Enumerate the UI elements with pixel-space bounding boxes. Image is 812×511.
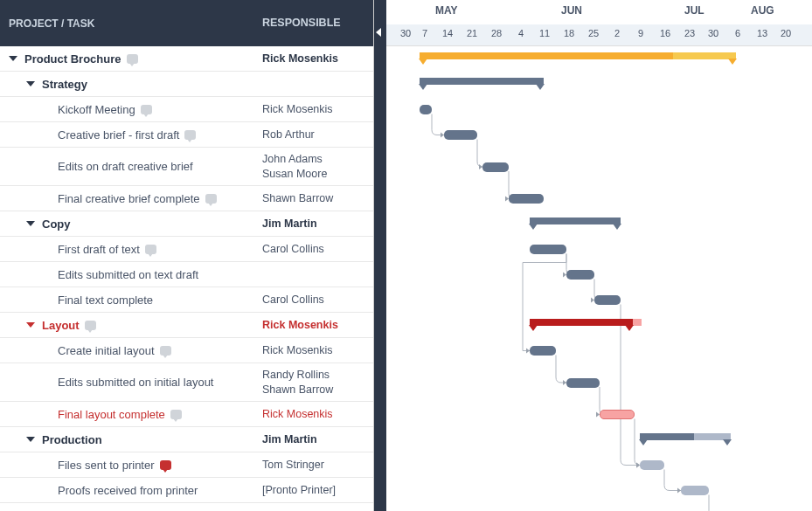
responsible-cell[interactable]: John AdamsSusan Moore <box>262 152 373 181</box>
task-bar[interactable] <box>444 130 477 140</box>
day-label: 6 <box>728 28 747 38</box>
expand-toggle-icon[interactable] <box>26 437 35 442</box>
task-list-header: PROJECT / TASK RESPONSIBLE <box>0 0 373 46</box>
responsible-cell[interactable]: Jim Martin <box>262 217 373 231</box>
header-task: PROJECT / TASK <box>0 17 262 30</box>
responsible-cell[interactable]: Carol Collins <box>262 293 373 307</box>
task-row[interactable]: Edits submitted on text draft <box>0 262 373 287</box>
day-label: 23 <box>680 28 699 38</box>
task-bar[interactable] <box>566 378 600 388</box>
task-bar[interactable] <box>509 194 544 204</box>
task-bar[interactable] <box>566 270 594 280</box>
responsible-cell[interactable]: Rick Mosenkis <box>262 343 373 357</box>
task-name[interactable]: Edits submitted on initial layout <box>58 376 213 389</box>
day-label: 9 <box>631 28 650 38</box>
panel-divider[interactable] <box>374 0 386 511</box>
responsible-cell[interactable]: Shawn Barrow <box>262 191 373 205</box>
summary-bar[interactable] <box>530 218 621 224</box>
task-row[interactable]: Final creative brief completeShawn Barro… <box>0 186 373 211</box>
day-label: 7 <box>415 28 434 38</box>
day-label: 25 <box>584 28 603 38</box>
responsible-cell[interactable]: Jim Martin <box>262 432 373 446</box>
responsible-cell[interactable]: Randy RollinsShawn Barrow <box>262 368 373 397</box>
task-name[interactable]: Creative brief - first draft <box>58 128 179 142</box>
task-row[interactable]: Create initial layoutRick Mosenkis <box>0 338 373 363</box>
day-label: 18 <box>559 28 579 38</box>
task-name[interactable]: Production <box>42 433 102 446</box>
responsible-cell[interactable]: Rick Mosenkis <box>262 52 373 66</box>
task-row[interactable]: Edits on draft creative briefJohn AdamsS… <box>0 148 373 186</box>
responsible-cell[interactable]: Rick Mosenkis <box>262 318 373 332</box>
task-row[interactable]: Proofs received from printer[Pronto Prin… <box>0 478 373 503</box>
comment-icon[interactable] <box>160 346 171 356</box>
task-bar[interactable] <box>482 162 509 172</box>
header-responsible: RESPONSIBLE <box>262 16 373 30</box>
summary-bar[interactable] <box>640 433 731 440</box>
day-label: 13 <box>753 28 772 38</box>
responsible-cell[interactable]: Rob Arthur <box>262 128 373 142</box>
task-row[interactable]: ProductionJim Martin <box>0 427 373 452</box>
task-name[interactable]: Final creative brief complete <box>58 192 200 205</box>
task-row[interactable]: Kickoff MeetingRick Mosenkis <box>0 97 373 122</box>
task-row[interactable]: Product BrochureRick Mosenkis <box>0 46 373 72</box>
task-name[interactable]: Final text complete <box>58 293 153 307</box>
month-label: JUL <box>684 4 704 17</box>
comment-icon[interactable] <box>184 130 196 140</box>
summary-bar[interactable] <box>530 319 633 326</box>
collapse-left-icon[interactable] <box>376 28 381 37</box>
task-row[interactable]: Final layout completeRick Mosenkis <box>0 402 373 427</box>
task-row[interactable]: Files sent to printerTom Stringer <box>0 452 373 478</box>
task-row[interactable]: Final brochure back from printerJim Mart… <box>0 503 373 511</box>
responsible-cell[interactable]: Tom Stringer <box>262 458 373 472</box>
task-row[interactable]: Creative brief - first draftRob Arthur <box>0 122 373 148</box>
comment-icon[interactable] <box>145 245 156 254</box>
task-name[interactable]: Create initial layout <box>58 344 155 357</box>
responsible-cell[interactable]: Carol Collins <box>262 242 373 256</box>
gantt-panel: MAYJUNJULAUG 307142128411182529162330613… <box>374 0 812 511</box>
comment-icon[interactable] <box>85 321 96 330</box>
task-bar[interactable] <box>640 460 664 470</box>
comment-icon[interactable] <box>170 410 182 419</box>
responsible-cell[interactable]: [Pronto Printer] <box>262 483 373 497</box>
comment-icon[interactable] <box>160 460 171 470</box>
task-bar[interactable] <box>420 105 432 114</box>
comment-icon[interactable] <box>205 194 217 204</box>
responsible-cell[interactable]: Rick Mosenkis <box>262 407 373 421</box>
gantt-chart[interactable] <box>386 46 812 511</box>
comment-icon[interactable] <box>127 54 138 64</box>
task-row[interactable]: LayoutRick Mosenkis <box>0 313 373 338</box>
task-name[interactable]: Copy <box>42 218 71 231</box>
task-name[interactable]: Files sent to printer <box>58 459 155 472</box>
timeline-header: MAYJUNJULAUG 307142128411182529162330613… <box>386 0 812 46</box>
task-name[interactable]: Strategy <box>42 78 87 91</box>
task-bar[interactable] <box>530 245 566 254</box>
task-row[interactable]: First draft of textCarol Collins <box>0 237 373 262</box>
expand-toggle-icon[interactable] <box>26 322 35 328</box>
task-row[interactable]: CopyJim Martin <box>0 211 373 237</box>
task-row[interactable]: Strategy <box>0 72 373 97</box>
task-bar[interactable] <box>600 410 635 419</box>
expand-toggle-icon[interactable] <box>26 81 35 86</box>
summary-bar[interactable] <box>420 52 736 59</box>
task-name[interactable]: Kickoff Meeting <box>58 103 135 116</box>
task-name[interactable]: First draft of text <box>58 243 140 256</box>
month-label: MAY <box>435 4 458 17</box>
task-name[interactable]: Edits submitted on text draft <box>58 268 198 281</box>
task-bar[interactable] <box>530 346 556 356</box>
task-bar[interactable] <box>594 295 621 305</box>
task-name[interactable]: Proofs received from printer <box>58 484 198 497</box>
responsible-cell[interactable]: Rick Mosenkis <box>262 102 373 116</box>
task-row[interactable]: Final text completeCarol Collins <box>0 287 373 313</box>
comment-icon[interactable] <box>141 105 152 114</box>
task-name[interactable]: Layout <box>42 319 80 332</box>
task-name[interactable]: Final layout complete <box>58 408 165 421</box>
day-label: 28 <box>487 28 506 38</box>
task-bar[interactable] <box>681 486 709 495</box>
task-row[interactable]: Edits submitted on initial layoutRandy R… <box>0 363 373 402</box>
expand-toggle-icon[interactable] <box>26 221 35 226</box>
summary-bar[interactable] <box>420 78 544 85</box>
day-label: 2 <box>607 28 627 38</box>
task-name[interactable]: Product Brochure <box>24 52 121 66</box>
expand-toggle-icon[interactable] <box>9 56 17 61</box>
task-name[interactable]: Edits on draft creative brief <box>58 160 193 173</box>
